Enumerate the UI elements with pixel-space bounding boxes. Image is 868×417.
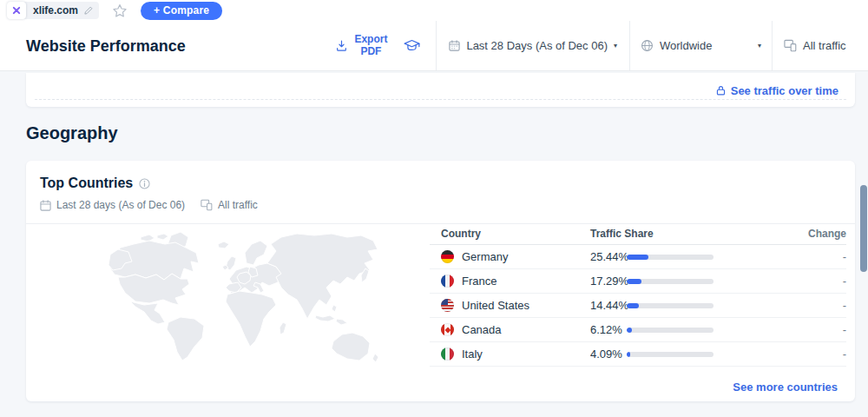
traffic-share-bar: [627, 279, 713, 284]
map-region-south-america: [167, 317, 204, 361]
traffic-share-bar: [627, 352, 713, 357]
country-name: Germany: [462, 250, 508, 263]
compare-button[interactable]: + Compare: [141, 2, 222, 20]
map-region-indonesia: [336, 319, 347, 325]
site-favicon-x-icon: [7, 2, 26, 19]
lock-icon: [716, 84, 726, 96]
traffic-share-bar-fill: [627, 255, 648, 260]
map-arctic-island: [157, 234, 168, 240]
column-header-change: Change: [760, 228, 846, 240]
globe-icon: [641, 39, 654, 52]
map-region-indonesia: [315, 315, 335, 321]
export-pdf-label: Export PDF: [352, 34, 390, 57]
table-row[interactable]: Canada 6.12% -: [430, 318, 846, 342]
map-region-africa: [226, 291, 276, 347]
site-tag-row: xlife.com + Compare: [7, 1, 222, 20]
see-traffic-over-time-label: See traffic over time: [731, 83, 838, 96]
region-dropdown[interactable]: Worldwide ▾: [630, 39, 772, 52]
map-region-scandinavia: [245, 241, 267, 265]
top-header: xlife.com + Compare Website Performance …: [0, 0, 868, 71]
map-region-madagascar: [279, 322, 286, 334]
traffic-share-bar: [627, 328, 713, 333]
chevron-down-icon: ▾: [758, 43, 761, 50]
traffic-share-bar-fill: [627, 352, 630, 357]
countries-table: Country Traffic Share Change Germany 25.…: [430, 223, 846, 367]
header-toolbar: Export PDF Last 28 Days (As of Dec 06) ▾…: [336, 21, 855, 70]
table-row[interactable]: France 17.29% -: [430, 269, 846, 294]
map-region-philippines: [332, 305, 337, 312]
change-value: -: [760, 275, 846, 288]
page-title-row: Website Performance Export PDF Last 28 D…: [0, 21, 868, 70]
world-map[interactable]: [28, 225, 427, 374]
column-header-traffic-share: Traffic Share: [590, 228, 760, 240]
card-dashed-divider: [35, 99, 846, 100]
country-flag-icon: [441, 275, 454, 288]
date-range-label: Last 28 Days (As of Dec 06): [466, 39, 608, 52]
traffic-share-bar-fill: [627, 279, 641, 284]
country-name: France: [462, 275, 496, 288]
countries-table-body: Germany 25.44% - France 17.29% - United …: [430, 245, 846, 367]
traffic-share-bar-fill: [627, 303, 639, 308]
map-region-iceland: [218, 242, 229, 248]
top-countries-card: Top Countries Last 28 days (As of Dec 06…: [26, 161, 855, 401]
scrollbar-thumb[interactable]: [860, 185, 867, 272]
calendar-icon: [449, 40, 460, 51]
map-region-australia: [332, 333, 370, 361]
traffic-share-value: 14.44%: [590, 299, 627, 312]
change-value: -: [760, 348, 846, 361]
info-icon[interactable]: [139, 178, 150, 189]
map-region-mexico: [130, 301, 165, 324]
edit-pencil-icon[interactable]: [83, 5, 94, 16]
devices-icon: [784, 39, 797, 52]
region-label: Worldwide: [660, 39, 752, 52]
devices-icon: [201, 199, 213, 211]
countries-table-header: Country Traffic Share Change: [430, 223, 846, 245]
country-flag-icon: [441, 323, 454, 336]
country-flag-icon: [441, 299, 454, 312]
table-row[interactable]: Germany 25.44% -: [430, 245, 846, 269]
card-meta-row: Last 28 days (As of Dec 06) All traffic: [40, 199, 258, 211]
country-name: United States: [462, 299, 529, 312]
traffic-share-bar-fill: [627, 328, 632, 333]
site-domain: xlife.com: [26, 4, 83, 17]
map-country-united-states[interactable]: [118, 274, 189, 305]
geography-section-title: Geography: [26, 123, 118, 143]
traffic-share-value: 17.29%: [590, 275, 627, 288]
table-row[interactable]: Italy 4.09% -: [430, 342, 846, 367]
map-region-new-zealand: [372, 354, 378, 362]
traffic-card-partial: See traffic over time: [26, 73, 855, 107]
date-range-dropdown[interactable]: Last 28 Days (As of Dec 06) ▾: [437, 39, 629, 52]
country-flag-icon: [441, 250, 454, 263]
export-pdf-button[interactable]: Export PDF: [336, 34, 390, 57]
change-value: -: [760, 299, 846, 312]
traffic-share-bar: [627, 255, 713, 260]
map-arctic-island: [141, 235, 155, 242]
page-title: Website Performance: [26, 36, 186, 55]
traffic-share-value: 25.44%: [590, 250, 627, 263]
traffic-filter[interactable]: All traffic: [773, 39, 855, 52]
traffic-filter-label: All traffic: [803, 39, 846, 52]
card-date-range: Last 28 days (As of Dec 06): [56, 199, 185, 211]
see-more-countries-link[interactable]: See more countries: [733, 381, 838, 394]
traffic-share-value: 4.09%: [590, 348, 627, 361]
star-icon[interactable]: [112, 3, 128, 18]
academy-cap-icon[interactable]: [404, 39, 420, 52]
card-traffic-filter: All traffic: [218, 199, 258, 211]
table-row[interactable]: United States 14.44% -: [430, 294, 846, 318]
calendar-icon: [40, 200, 51, 211]
card-title: Top Countries: [40, 175, 133, 191]
country-name: Italy: [462, 348, 483, 361]
download-icon: [336, 40, 347, 51]
traffic-share-value: 6.12%: [590, 323, 627, 336]
see-traffic-over-time-link[interactable]: See traffic over time: [716, 83, 838, 96]
traffic-share-bar: [627, 303, 713, 308]
column-header-country: Country: [430, 228, 590, 240]
chevron-down-icon: ▾: [614, 43, 617, 50]
site-tag[interactable]: xlife.com: [7, 2, 99, 19]
change-value: -: [760, 323, 846, 336]
country-name: Canada: [462, 323, 502, 336]
country-flag-icon: [441, 348, 454, 361]
change-value: -: [760, 250, 846, 263]
